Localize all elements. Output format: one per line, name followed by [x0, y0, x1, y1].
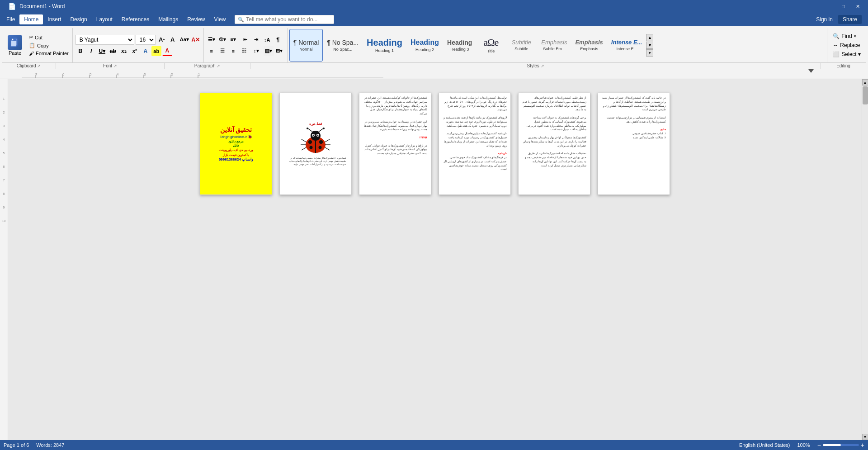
strikethrough-button[interactable]: ab	[108, 46, 118, 56]
word-count: Words: 2847	[36, 442, 64, 448]
menu-insert[interactable]: Insert	[43, 14, 66, 24]
zoom-out-button[interactable]: −	[817, 441, 821, 449]
status-bar: Page 1 of 6 Words: 2847 English (United …	[0, 440, 868, 450]
increase-font-button[interactable]: A+	[157, 35, 167, 45]
superscript-button[interactable]: x²	[130, 46, 140, 56]
cut-label: Cut	[35, 35, 42, 40]
replace-button[interactable]: ↔ Replace	[830, 41, 863, 50]
styles-scroll-control[interactable]: ▲ ▼ ▾	[646, 34, 653, 57]
font-size-selector[interactable]: 16	[136, 35, 156, 45]
page2-heading: فصل دوره	[309, 122, 322, 126]
italic-button[interactable]: I	[86, 46, 96, 56]
multilevel-list-button[interactable]: ≡▾	[228, 35, 238, 45]
styles-scroll-down[interactable]: ▼	[646, 42, 653, 49]
select-button[interactable]: ⬜ Select ▾	[830, 50, 863, 59]
line-spacing-button[interactable]: ↕▾	[251, 46, 261, 56]
increase-indent-button[interactable]: ⇥	[251, 35, 261, 45]
find-button[interactable]: 🔍 Find ▾	[830, 32, 863, 41]
justify-button[interactable]: ☷	[239, 46, 249, 56]
clipboard-expand-icon[interactable]: ↗	[37, 64, 41, 68]
copy-button[interactable]: 📋 Copy	[27, 42, 71, 49]
menu-design[interactable]: Design	[66, 14, 91, 24]
style-intense-e-preview: Intense E...	[611, 39, 642, 45]
font-expand-icon[interactable]: ↗	[113, 64, 117, 68]
tell-me-input[interactable]	[246, 16, 331, 23]
menu-mailings[interactable]: Mailings	[154, 14, 183, 24]
text-highlight-button[interactable]: ab	[151, 46, 161, 56]
find-dropdown-icon[interactable]: ▾	[854, 34, 856, 38]
scroll-track[interactable]	[862, 85, 868, 434]
share-button[interactable]: Share	[838, 15, 862, 24]
title-bar: 📄 Document1 - Word — □ ✕	[0, 0, 868, 13]
style-title[interactable]: aΩe Title	[476, 29, 505, 62]
shading-button[interactable]: ▥▾	[264, 46, 274, 56]
bold-button[interactable]: B	[75, 46, 85, 56]
page4-text: تولیدمثل کفشدوزک‌ها به این شکل است که ما…	[439, 93, 510, 194]
ad-phone: 09981366624 واتساپ	[219, 157, 253, 161]
font-name-selector[interactable]: B Yagut	[75, 35, 134, 45]
bullets-button[interactable]: ☰▾	[207, 35, 217, 45]
menu-review[interactable]: Review	[183, 14, 209, 24]
style-intense-e[interactable]: Intense E... Intense E...	[607, 29, 646, 62]
paste-button[interactable]: Paste	[4, 33, 26, 57]
page-2: فصل دوره	[279, 93, 352, 195]
svg-line-32	[302, 147, 306, 150]
maximize-button[interactable]: □	[838, 4, 849, 9]
document-area[interactable]: تحقیق آنلاین Tahghighonline.ir 🐞 مرجع دا…	[8, 79, 862, 440]
svg-line-27	[318, 128, 323, 132]
borders-button[interactable]: ⊞▾	[274, 46, 284, 56]
show-formatting-button[interactable]: ¶	[273, 35, 283, 45]
zoom-level: 100%	[797, 442, 810, 448]
sort-button[interactable]: ↕A	[262, 35, 272, 45]
style-normal[interactable]: ¶ Normal Normal	[289, 29, 323, 62]
ad-title: تحقیق آنلاین	[220, 126, 252, 134]
styles-scroll-up[interactable]: ▲	[646, 34, 653, 41]
menu-home[interactable]: Home	[19, 14, 43, 24]
signin-button[interactable]: Sign in	[816, 16, 833, 23]
page2-text: فصل دوره : کفشدوزک‌ها از حشرات مفید و زی…	[283, 156, 348, 166]
change-case-button[interactable]: Aa▾	[179, 35, 189, 45]
zoom-in-button[interactable]: +	[861, 441, 864, 449]
menu-file[interactable]: File	[2, 14, 19, 24]
menu-layout[interactable]: Layout	[92, 14, 117, 24]
style-heading1[interactable]: Heading Heading 1	[363, 29, 406, 62]
menu-view[interactable]: View	[210, 14, 231, 24]
decrease-indent-button[interactable]: ⇤	[241, 35, 250, 45]
pages-container: تحقیق آنلاین Tahghighonline.ir 🐞 مرجع دا…	[200, 93, 670, 195]
style-heading3[interactable]: Heading Heading 3	[443, 29, 476, 62]
font-color-button[interactable]: A	[162, 46, 172, 56]
decrease-font-button[interactable]: A-	[168, 35, 178, 45]
style-no-spacing[interactable]: ¶ No Spa... No Spac...	[323, 29, 363, 62]
ribbon: Paste ✂ Cut 📋 Copy 🖌 Format Painter	[0, 26, 868, 69]
paragraph-expand-icon[interactable]: ↗	[217, 64, 220, 68]
clear-formatting-button[interactable]: A✕	[191, 35, 201, 45]
minimize-button[interactable]: —	[822, 4, 835, 9]
close-button[interactable]: ✕	[852, 4, 863, 9]
cut-button[interactable]: ✂ Cut	[27, 33, 71, 41]
underline-button[interactable]: U▾	[97, 46, 107, 56]
svg-line-35	[325, 147, 330, 150]
format-painter-button[interactable]: 🖌 Format Painter	[27, 50, 71, 57]
style-subtitle[interactable]: Subtitle Subtitle	[505, 29, 537, 62]
vertical-scrollbar[interactable]: ▲ ▼	[862, 79, 868, 440]
style-subtle-emphasis[interactable]: Emphasis Subtle Em...	[537, 29, 571, 62]
scroll-down-button[interactable]: ▼	[862, 434, 868, 440]
align-center-button[interactable]: ☰	[217, 46, 227, 56]
tell-me-searchbox[interactable]: 🔍	[235, 15, 334, 24]
subscript-button[interactable]: x₂	[119, 46, 129, 56]
vertical-ruler: 1 2 3 4 5 6 7 8 9 10	[0, 79, 8, 440]
align-left-button[interactable]: ≡	[207, 46, 217, 56]
style-heading2[interactable]: Heading Heading 2	[406, 29, 443, 62]
scroll-up-button[interactable]: ▲	[862, 79, 868, 85]
style-emphasis[interactable]: Emphasis Emphasis	[571, 29, 607, 62]
text-effects-button[interactable]: A	[141, 46, 151, 56]
styles-expand-icon[interactable]: ↗	[541, 64, 544, 68]
menu-references[interactable]: References	[117, 14, 154, 24]
style-h1-label: Heading 1	[375, 48, 394, 53]
svg-text:5: 5	[90, 72, 92, 76]
style-subtitle-label: Subtitle	[514, 47, 528, 51]
styles-more-button[interactable]: ▾	[646, 49, 653, 57]
svg-point-28	[307, 128, 308, 129]
numbering-button[interactable]: ①▾	[217, 35, 227, 45]
align-right-button[interactable]: ≡	[228, 46, 238, 56]
